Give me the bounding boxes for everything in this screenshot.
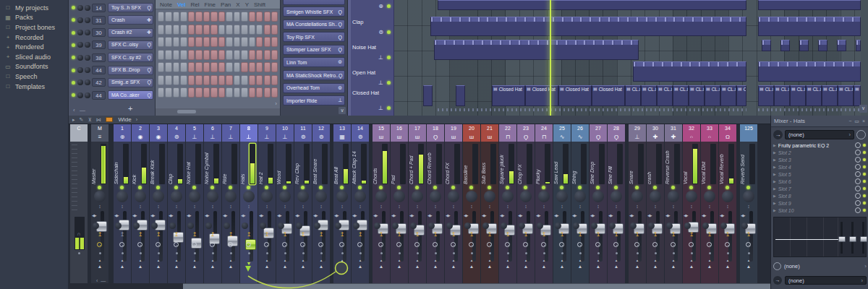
slot-mix-knob[interactable]: [855, 142, 861, 148]
step-tab-rel[interactable]: Rel: [190, 1, 199, 8]
arrow-up-small-icon[interactable]: ▴: [294, 258, 312, 262]
clip-closed-hat[interactable]: ▤Closed Hat: [492, 85, 525, 106]
mixer-color-swatch[interactable]: [106, 117, 113, 122]
strip-mute-led[interactable]: [488, 186, 491, 189]
strip-pan-knob[interactable]: [297, 191, 309, 202]
playlist-track-name-closed-hat[interactable]: Closed Hat: [352, 90, 379, 96]
step-cell-6-7[interactable]: [203, 75, 210, 85]
plug-icon[interactable]: ↥: [740, 231, 757, 238]
mixer-strip-sine-drop[interactable]: 27ϘSine Drop↕◀▶↥▴▲: [590, 124, 607, 283]
arrow-up-icon[interactable]: ▲: [391, 264, 408, 269]
strip-stereo-knob[interactable]: [537, 223, 543, 229]
step-cell-5-1[interactable]: [158, 62, 164, 72]
slot-mix-knob[interactable]: [855, 193, 861, 199]
playlist-grid[interactable]: ▤Closed Hat▤Closed Hat▤Closed Hat▤Closed…: [394, 0, 861, 116]
plug-icon[interactable]: ↥: [499, 231, 516, 238]
step-cell-4-15[interactable]: [264, 50, 271, 60]
mixer-strip-vocal-dist[interactable]: 33○Vocal Dist↕◀▶↥▴▲: [701, 124, 718, 283]
arrow-up-small-icon[interactable]: ▴: [276, 258, 294, 262]
step-cell-1-14[interactable]: [256, 12, 263, 22]
channel-row-crash-2[interactable]: 30Crash #2✚: [69, 27, 156, 39]
mixer-strip-wood[interactable]: 10⊥Wood↕◀▶↥▴▲: [276, 124, 294, 283]
channel-target-number[interactable]: 44: [92, 91, 106, 100]
strip-mute-led[interactable]: [653, 186, 657, 189]
channel-pan-knob[interactable]: [77, 55, 83, 61]
strip-pan-knob[interactable]: [279, 191, 291, 202]
plug-icon[interactable]: ↥: [665, 231, 682, 238]
step-cell-2-9[interactable]: [218, 25, 225, 35]
strip-stereo-knob[interactable]: [169, 223, 176, 229]
channel-name-button[interactable]: SFX C..oisyϘ: [108, 40, 153, 50]
step-cell-2-8[interactable]: [210, 25, 217, 35]
strip-clock-icon[interactable]: [137, 242, 142, 247]
plug-icon[interactable]: ↥: [222, 231, 239, 238]
step-cell-2-16[interactable]: [271, 25, 278, 35]
step-cell-6-16[interactable]: [271, 75, 278, 85]
arrow-up-small-icon[interactable]: ▴: [391, 258, 408, 262]
arrow-up-icon[interactable]: ▲: [294, 264, 312, 269]
step-cell-4-6[interactable]: [195, 50, 202, 60]
channel-target-number[interactable]: 30: [92, 28, 106, 37]
mixer-strip-chord-reverb[interactable]: 18ϘChord Reverb↕◀▶↥▴▲: [427, 124, 444, 283]
channel-volume-knob[interactable]: [85, 42, 90, 48]
step-tab-fine[interactable]: Fine: [205, 1, 216, 8]
plug-icon[interactable]: ↥: [294, 231, 312, 238]
mixer-strip-hats[interactable]: 8⊥Hats↕◀▶↥▼: [240, 124, 258, 283]
step-cell-5-5[interactable]: [188, 62, 195, 72]
arrow-up-small-icon[interactable]: ▴: [499, 258, 516, 262]
arrow-up-small-icon[interactable]: ▴: [409, 258, 426, 262]
slot-mix-knob[interactable]: [855, 157, 861, 163]
plugin-slot-5[interactable]: ▶Slot 5: [771, 171, 868, 178]
strip-pan-knob[interactable]: [668, 191, 679, 202]
strip-mute-led[interactable]: [433, 186, 437, 189]
strip-stereo-knob[interactable]: [648, 223, 655, 229]
channel-name-button[interactable]: SFX C..sy #2Ϙ: [108, 53, 153, 62]
strip-clock-icon[interactable]: [689, 242, 694, 247]
strip-mute-led[interactable]: [192, 186, 196, 189]
strip-stereo-knob[interactable]: [205, 223, 212, 229]
arrow-up-icon[interactable]: ▲: [608, 264, 625, 269]
step-cell-2-14[interactable]: [256, 25, 263, 35]
strip-pan-knob[interactable]: [116, 191, 128, 202]
mixer-strip-vocal-reverb[interactable]: 34ΩVocal Reverb↕◀▶↥▴▲: [719, 124, 736, 283]
mixer-strip-sub-bass[interactable]: 21шSub Bass↕◀▶↥▴▲: [481, 124, 498, 283]
plug-icon[interactable]: ↥: [391, 231, 408, 238]
slot-mix-knob[interactable]: [855, 207, 861, 213]
arrow-up-icon[interactable]: ▲: [481, 264, 498, 269]
step-tab-x[interactable]: X: [236, 1, 239, 8]
strip-mute-led[interactable]: [265, 186, 268, 189]
mixer-strip-rev-clap[interactable]: 11⊚Rev Clap↕◀▶↥▴▲: [294, 124, 312, 283]
channel-target-number[interactable]: 39: [92, 40, 106, 49]
mixer-strip-clap[interactable]: 4⊚Clap↕◀▶↥▴▲: [168, 124, 185, 283]
step-cell-6-10[interactable]: [226, 75, 232, 85]
strip-clock-icon[interactable]: [174, 242, 179, 247]
strip-clock-icon[interactable]: [414, 242, 420, 247]
strip-stereo-knob[interactable]: [684, 223, 691, 229]
mixer-strip-chord-fx[interactable]: 19шChord FX↕◀▶↥▴▲: [445, 124, 462, 283]
strip-mute-led[interactable]: [301, 186, 305, 189]
mixer-strip-reverb-send[interactable]: 125Reverb Send↕◀▶↥▴▲: [740, 124, 757, 283]
channel-pan-knob[interactable]: [77, 30, 83, 35]
insert-arrow-icon[interactable]: →: [773, 130, 783, 139]
step-cell-2-10[interactable]: [226, 25, 232, 35]
arrow-up-small-icon[interactable]: ▴: [481, 258, 498, 262]
strip-mute-led[interactable]: [542, 186, 545, 189]
step-cell-5-14[interactable]: [256, 62, 263, 72]
step-cell-5-7[interactable]: [203, 62, 210, 72]
channel-pan-knob[interactable]: [77, 92, 83, 98]
channel-mute-led[interactable]: [72, 43, 75, 47]
mixer-strip-noise-hat[interactable]: 5⊥Noise Hat↕◀▶↥▴▲: [186, 124, 203, 283]
strip-stereo-knob[interactable]: [392, 223, 399, 229]
channel-row-crash[interactable]: 31Crash✚: [69, 14, 156, 26]
plug-icon[interactable]: ↥: [553, 231, 571, 238]
strip-pan-knob[interactable]: [650, 191, 661, 202]
plugin-slot-7[interactable]: ▶Slot 7: [771, 185, 868, 192]
step-cell-1-1[interactable]: [158, 12, 164, 22]
mixer-strip-attack-clap-14[interactable]: 14⊚Attack Clap 14↕◀▶↥▴▲: [352, 124, 369, 283]
mixer-strip-beat-all[interactable]: 13▦Beat All↕◀▶↥▴▲: [333, 124, 351, 283]
arrow-up-icon[interactable]: ▲: [445, 264, 462, 269]
slot-enable-led[interactable]: [863, 158, 866, 161]
step-cell-3-2[interactable]: [165, 37, 171, 47]
strip-mute-led[interactable]: [469, 186, 473, 189]
step-cell-6-1[interactable]: [158, 75, 164, 85]
